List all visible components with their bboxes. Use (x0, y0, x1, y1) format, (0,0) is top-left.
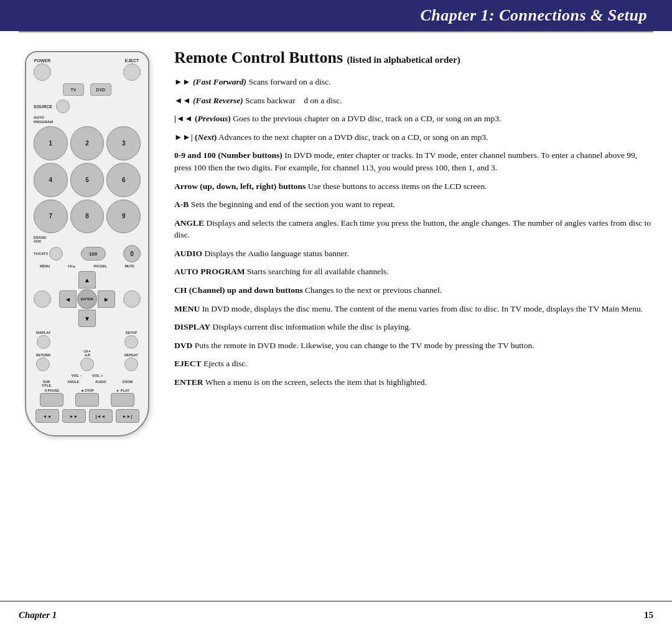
volume-row: VOL – VOL + (34, 374, 141, 377)
vol-plus-label: VOL + (92, 374, 103, 377)
arrow-cluster: ▲ ◄ ENTER ► ▼ (59, 271, 115, 327)
num3-button[interactable]: 3 (106, 126, 141, 160)
entry-next: ►►| (Next) Advances to the next chapter … (174, 131, 653, 144)
angle-text: Displays and selects the camera angles. … (174, 218, 651, 240)
arrow-left-button[interactable]: ◄ (59, 290, 77, 308)
entry-auto-program: AUTO PROGRAM Starts searching for all av… (174, 266, 653, 278)
tv-dvd-row: TV DVD (34, 83, 141, 96)
page-footer: Chapter 1 15 (0, 601, 672, 628)
play-label: ► PLAY (116, 389, 129, 392)
num1-button[interactable]: 1 (34, 126, 68, 160)
entry-fast-reverse: ◄◄ (Fast Reverse) Scans backwar d on a d… (174, 95, 653, 107)
pause-label: II PAUSE (45, 389, 59, 392)
entry-previous: |◄◄ (Previous) Goes to the previous chap… (174, 113, 653, 125)
ch-up-label: CH▲ (68, 264, 76, 268)
eject-text: Ejects a disc. (203, 359, 248, 368)
remote-control: POWER EJECT TV DVD SOURCE AUTOPROG (25, 51, 149, 436)
eject-button[interactable] (123, 63, 141, 81)
entry-display: DISPLAY Displays current disc informatio… (174, 321, 653, 333)
enter-text: When a menu is on the screen, selects th… (205, 377, 427, 387)
text-content: Remote Control Buttons (listed in alphab… (174, 45, 653, 586)
numpad: 1 2 3 4 5 6 7 8 9 (34, 126, 141, 233)
fast-reverse-text: Scans backwar d on a disc. (245, 96, 342, 105)
num2-button[interactable]: 2 (70, 126, 105, 160)
previous-term: |◄◄ (Previous) Goes to the previous chap… (174, 114, 501, 123)
dvd-button[interactable]: DVD (90, 83, 111, 96)
entry-menu: MENU In DVD mode, displays the disc menu… (174, 303, 653, 315)
menu-label-side: MENU (40, 264, 50, 268)
arrow-right-button[interactable]: ► (98, 290, 115, 308)
fast-forward-text: Scans forward on a disc. (248, 77, 330, 86)
num100-button[interactable]: 100 (81, 247, 106, 261)
pic-sel-label: PIC/SEL (94, 264, 107, 268)
auto-program-label: AUTOPROGRAM (34, 116, 53, 124)
next-button[interactable]: ►►| (116, 409, 139, 423)
main-content: POWER EJECT TV DVD SOURCE AUTOPROG (0, 32, 672, 598)
enter-button[interactable]: ENTER (77, 289, 97, 309)
entry-audio: AUDIO Displays the Audio language status… (174, 247, 653, 260)
play-button[interactable] (111, 393, 134, 407)
num0-button[interactable]: 0 (123, 245, 141, 262)
fast-forward-term: ►► (Fast Forward) (174, 77, 246, 86)
auto-program-text: Starts searching for all available chann… (247, 267, 389, 276)
ch-text: Changes to the next or previous channel. (305, 285, 442, 295)
section-title: Remote Control Buttons (listed in alphab… (174, 48, 653, 67)
ab-text: Sets the beginning and end of the sectio… (191, 200, 395, 209)
source-label: SOURCE (34, 104, 52, 109)
setup-button[interactable] (124, 335, 138, 349)
fast-forward-button[interactable]: ►► (62, 409, 86, 423)
power-button[interactable] (34, 63, 51, 81)
entry-ch: CH (Channel) up and down buttons Changes… (174, 284, 653, 297)
source-button[interactable] (56, 99, 70, 113)
prev-button[interactable]: |◄◄ (89, 409, 113, 423)
display-text: Displays current disc information while … (212, 322, 411, 331)
return-repeat-row: RETURN CH▼A-B REPEAT (34, 350, 141, 371)
auto-program-row: AUTOPROGRAM (34, 116, 141, 124)
return-button[interactable] (36, 358, 50, 371)
tv-button[interactable]: TV (63, 83, 84, 96)
entry-enter: ENTER When a menu is on the screen, sele… (174, 376, 653, 389)
ch-ab-label: CH▼A-B (83, 350, 91, 357)
entry-ab: A-B Sets the beginning and end of the se… (174, 198, 653, 211)
num8-button[interactable]: 8 (70, 200, 105, 234)
erase-add-label: ERASE/ADD (34, 236, 46, 243)
transport-row (34, 393, 141, 407)
fast-reverse-term: ◄◄ (Fast Reverse) (174, 96, 243, 105)
mute-label-side: MUTE (124, 264, 134, 268)
remote-illustration: POWER EJECT TV DVD SOURCE AUTOPROG (12, 45, 162, 586)
arrow-up-button[interactable]: ▲ (78, 271, 96, 289)
repeat-button[interactable] (124, 358, 138, 371)
mute-button[interactable] (123, 290, 141, 308)
arrow-menu-row: ▲ ◄ ENTER ► ▼ (34, 269, 141, 330)
audio-label: AUDIO (95, 380, 106, 387)
ch-term: CH (Channel) up and down buttons (174, 285, 303, 295)
entry-eject: EJECT Ejects a disc. (174, 358, 653, 370)
ch-picsel-row: MENU CH▲ PIC/SEL MUTE (34, 264, 141, 268)
section-subtitle: (listed in alphabetical order) (347, 55, 460, 65)
num6-button[interactable]: 6 (106, 163, 141, 197)
entry-fast-forward: ►► (Fast Forward) Scans forward on a dis… (174, 76, 653, 88)
angle-term: ANGLE (174, 218, 204, 228)
num7-button[interactable]: 7 (34, 200, 68, 234)
entry-angle: ANGLE Displays and selects the camera an… (174, 217, 653, 241)
power-label: POWER (34, 58, 50, 63)
tvcatv-button[interactable] (49, 247, 63, 261)
bottom-labels-row: SUBTITLE ANGLE AUDIO ZOOM (34, 380, 141, 387)
eject-label: EJECT (125, 58, 139, 63)
ch-ab-button[interactable] (80, 358, 94, 371)
entry-arrow-buttons: Arrow (up, down, left, right) buttons Us… (174, 180, 653, 193)
num9-button[interactable]: 9 (106, 200, 141, 234)
source-row: SOURCE (34, 99, 141, 113)
num4-button[interactable]: 4 (34, 163, 68, 197)
display-button[interactable] (37, 335, 50, 349)
dvd-term: DVD (174, 341, 192, 350)
num5-button[interactable]: 5 (70, 163, 105, 197)
tvcatv-100-row: TV/CATV 100 0 (34, 245, 141, 262)
page-header: Chapter 1: Connections & Setup (0, 0, 672, 31)
tvcatv-label: TV/CATV (34, 252, 48, 256)
menu-button[interactable] (34, 290, 51, 308)
rewind-button[interactable]: ◄◄ (35, 409, 59, 423)
stop-button[interactable] (75, 393, 99, 407)
arrow-down-button[interactable]: ▼ (78, 310, 96, 327)
pause-button[interactable] (40, 393, 63, 407)
